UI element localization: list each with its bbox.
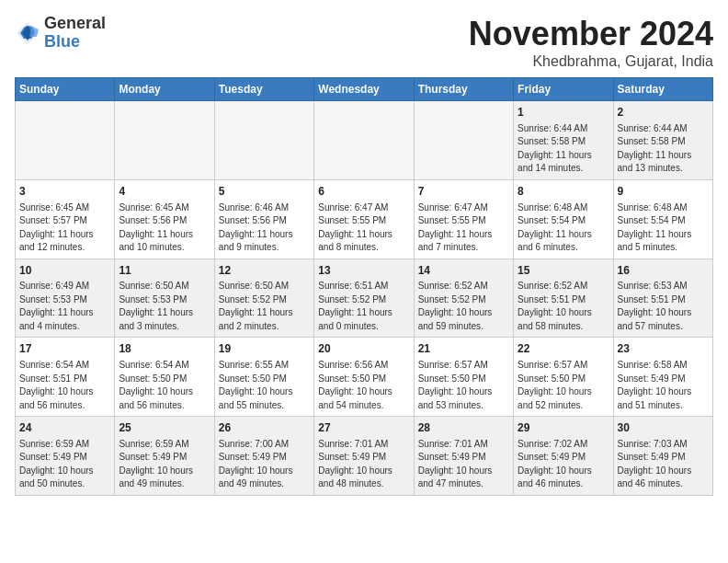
calendar-cell: 23Sunrise: 6:58 AM Sunset: 5:49 PM Dayli… <box>613 338 712 417</box>
weekday-header: Monday <box>115 78 214 101</box>
calendar-cell <box>314 101 414 180</box>
calendar-week-row: 17Sunrise: 6:54 AM Sunset: 5:51 PM Dayli… <box>16 338 713 417</box>
calendar-cell: 7Sunrise: 6:47 AM Sunset: 5:55 PM Daylig… <box>414 179 513 259</box>
calendar-cell: 12Sunrise: 6:50 AM Sunset: 5:52 PM Dayli… <box>214 259 313 338</box>
day-info: Sunrise: 7:00 AM Sunset: 5:49 PM Dayligh… <box>219 438 310 491</box>
day-number: 3 <box>19 184 110 200</box>
day-number: 11 <box>119 263 210 279</box>
day-info: Sunrise: 6:52 AM Sunset: 5:51 PM Dayligh… <box>518 280 609 333</box>
day-info: Sunrise: 6:48 AM Sunset: 5:54 PM Dayligh… <box>618 201 709 255</box>
calendar-cell: 25Sunrise: 6:59 AM Sunset: 5:49 PM Dayli… <box>115 417 214 496</box>
title-block: November 2024 Khedbrahma, Gujarat, India <box>469 15 713 70</box>
weekday-header: Thursday <box>414 78 513 101</box>
calendar-week-row: 24Sunrise: 6:59 AM Sunset: 5:49 PM Dayli… <box>16 417 713 496</box>
page-header: General Blue November 2024 Khedbrahma, G… <box>15 15 713 70</box>
calendar-cell: 19Sunrise: 6:55 AM Sunset: 5:50 PM Dayli… <box>214 338 313 417</box>
day-number: 24 <box>19 420 110 436</box>
day-info: Sunrise: 6:49 AM Sunset: 5:53 PM Dayligh… <box>19 280 110 333</box>
day-info: Sunrise: 6:45 AM Sunset: 5:57 PM Dayligh… <box>19 201 110 255</box>
calendar-cell <box>214 101 313 180</box>
day-number: 18 <box>119 341 210 357</box>
location: Khedbrahma, Gujarat, India <box>469 53 713 70</box>
calendar-cell: 17Sunrise: 6:54 AM Sunset: 5:51 PM Dayli… <box>16 338 115 417</box>
calendar-cell: 16Sunrise: 6:53 AM Sunset: 5:51 PM Dayli… <box>613 259 712 338</box>
day-number: 27 <box>318 420 409 436</box>
day-info: Sunrise: 7:01 AM Sunset: 5:49 PM Dayligh… <box>318 438 409 491</box>
calendar-cell: 24Sunrise: 6:59 AM Sunset: 5:49 PM Dayli… <box>16 417 115 496</box>
day-info: Sunrise: 6:54 AM Sunset: 5:50 PM Dayligh… <box>119 359 210 412</box>
day-info: Sunrise: 6:50 AM Sunset: 5:53 PM Dayligh… <box>119 280 210 333</box>
calendar-cell: 15Sunrise: 6:52 AM Sunset: 5:51 PM Dayli… <box>514 259 613 338</box>
weekday-header: Tuesday <box>214 78 313 101</box>
day-number: 30 <box>618 420 709 436</box>
day-number: 28 <box>418 420 509 436</box>
day-info: Sunrise: 6:53 AM Sunset: 5:51 PM Dayligh… <box>618 280 709 333</box>
calendar-cell: 27Sunrise: 7:01 AM Sunset: 5:49 PM Dayli… <box>314 417 414 496</box>
day-info: Sunrise: 7:01 AM Sunset: 5:49 PM Dayligh… <box>418 438 509 491</box>
calendar-cell: 5Sunrise: 6:46 AM Sunset: 5:56 PM Daylig… <box>214 179 313 259</box>
calendar-cell: 14Sunrise: 6:52 AM Sunset: 5:52 PM Dayli… <box>414 259 513 338</box>
logo-icon <box>15 20 40 46</box>
calendar-cell <box>16 101 115 180</box>
day-info: Sunrise: 6:45 AM Sunset: 5:56 PM Dayligh… <box>119 201 210 255</box>
day-info: Sunrise: 6:55 AM Sunset: 5:50 PM Dayligh… <box>219 359 310 412</box>
calendar-cell <box>115 101 214 180</box>
day-info: Sunrise: 6:56 AM Sunset: 5:50 PM Dayligh… <box>318 359 409 412</box>
logo-blue: Blue <box>44 33 106 52</box>
day-number: 25 <box>119 420 210 436</box>
day-number: 2 <box>618 105 709 121</box>
calendar-week-row: 3Sunrise: 6:45 AM Sunset: 5:57 PM Daylig… <box>16 179 713 259</box>
calendar-cell <box>414 101 513 180</box>
calendar-cell: 20Sunrise: 6:56 AM Sunset: 5:50 PM Dayli… <box>314 338 414 417</box>
calendar-cell: 30Sunrise: 7:03 AM Sunset: 5:49 PM Dayli… <box>613 417 712 496</box>
day-number: 1 <box>518 105 609 121</box>
day-number: 17 <box>19 341 110 357</box>
calendar-cell: 10Sunrise: 6:49 AM Sunset: 5:53 PM Dayli… <box>16 259 115 338</box>
logo-general: General <box>44 15 106 33</box>
calendar-week-row: 1Sunrise: 6:44 AM Sunset: 5:58 PM Daylig… <box>16 101 713 180</box>
day-info: Sunrise: 7:03 AM Sunset: 5:49 PM Dayligh… <box>618 438 709 491</box>
day-info: Sunrise: 6:50 AM Sunset: 5:52 PM Dayligh… <box>219 280 310 333</box>
calendar-cell: 13Sunrise: 6:51 AM Sunset: 5:52 PM Dayli… <box>314 259 414 338</box>
logo-text: General Blue <box>44 15 106 52</box>
day-info: Sunrise: 6:47 AM Sunset: 5:55 PM Dayligh… <box>318 201 409 255</box>
day-number: 13 <box>318 263 409 279</box>
day-info: Sunrise: 6:57 AM Sunset: 5:50 PM Dayligh… <box>418 359 509 412</box>
calendar-cell: 26Sunrise: 7:00 AM Sunset: 5:49 PM Dayli… <box>214 417 313 496</box>
day-info: Sunrise: 6:59 AM Sunset: 5:49 PM Dayligh… <box>119 438 210 491</box>
day-number: 22 <box>518 341 609 357</box>
calendar-cell: 18Sunrise: 6:54 AM Sunset: 5:50 PM Dayli… <box>115 338 214 417</box>
day-info: Sunrise: 6:52 AM Sunset: 5:52 PM Dayligh… <box>418 280 509 333</box>
day-info: Sunrise: 6:44 AM Sunset: 5:58 PM Dayligh… <box>518 122 609 176</box>
day-number: 19 <box>219 341 310 357</box>
day-info: Sunrise: 6:47 AM Sunset: 5:55 PM Dayligh… <box>418 201 509 255</box>
day-info: Sunrise: 6:57 AM Sunset: 5:50 PM Dayligh… <box>518 359 609 412</box>
calendar-table: SundayMondayTuesdayWednesdayThursdayFrid… <box>15 77 713 496</box>
day-number: 10 <box>19 263 110 279</box>
calendar-cell: 29Sunrise: 7:02 AM Sunset: 5:49 PM Dayli… <box>514 417 613 496</box>
day-number: 9 <box>618 184 709 200</box>
calendar-cell: 3Sunrise: 6:45 AM Sunset: 5:57 PM Daylig… <box>16 179 115 259</box>
weekday-header: Saturday <box>613 78 712 101</box>
day-number: 4 <box>119 184 210 200</box>
day-number: 5 <box>219 184 310 200</box>
calendar-cell: 1Sunrise: 6:44 AM Sunset: 5:58 PM Daylig… <box>514 101 613 180</box>
day-number: 15 <box>518 263 609 279</box>
day-info: Sunrise: 6:58 AM Sunset: 5:49 PM Dayligh… <box>618 359 709 412</box>
calendar-cell: 9Sunrise: 6:48 AM Sunset: 5:54 PM Daylig… <box>613 179 712 259</box>
day-number: 26 <box>219 420 310 436</box>
day-number: 21 <box>418 341 509 357</box>
day-number: 7 <box>418 184 509 200</box>
weekday-header: Sunday <box>16 78 115 101</box>
day-info: Sunrise: 6:51 AM Sunset: 5:52 PM Dayligh… <box>318 280 409 333</box>
calendar-cell: 4Sunrise: 6:45 AM Sunset: 5:56 PM Daylig… <box>115 179 214 259</box>
weekday-header: Wednesday <box>314 78 414 101</box>
month-title: November 2024 <box>469 15 713 53</box>
day-info: Sunrise: 6:44 AM Sunset: 5:58 PM Dayligh… <box>618 122 709 176</box>
logo: General Blue <box>15 15 106 52</box>
calendar-cell: 2Sunrise: 6:44 AM Sunset: 5:58 PM Daylig… <box>613 101 712 180</box>
day-info: Sunrise: 6:59 AM Sunset: 5:49 PM Dayligh… <box>19 438 110 491</box>
calendar-cell: 22Sunrise: 6:57 AM Sunset: 5:50 PM Dayli… <box>514 338 613 417</box>
day-number: 14 <box>418 263 509 279</box>
day-number: 8 <box>518 184 609 200</box>
